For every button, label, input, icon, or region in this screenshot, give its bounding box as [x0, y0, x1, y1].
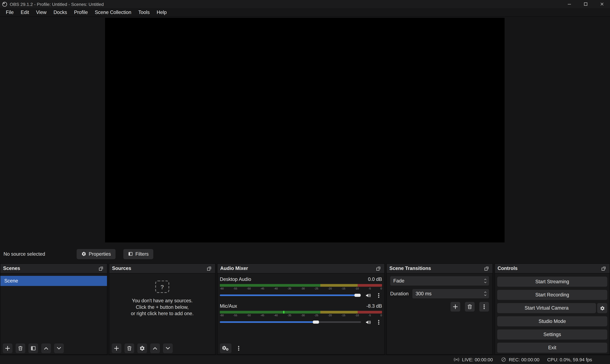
mute-button[interactable] — [364, 319, 372, 325]
menu-help[interactable]: Help — [153, 8, 170, 16]
menu-view[interactable]: View — [33, 8, 50, 16]
meter-scale: -60-55-50-45-40-35-30-25-20-15-10-50 — [220, 314, 382, 317]
scene-transitions-panel: Scene Transitions Fade Duration 300 ms — [386, 263, 493, 355]
start-recording-button[interactable]: Start Recording — [497, 290, 607, 300]
docks-area: Scenes Scene Sources — [0, 263, 610, 355]
mixer-channel-desktop-audio: Desktop Audio 0.0 dB -60-55-50-45-40-35-… — [217, 273, 384, 298]
remove-source-button[interactable] — [125, 343, 134, 353]
scene-item[interactable]: Scene — [0, 276, 107, 286]
volume-slider[interactable] — [220, 293, 361, 298]
add-source-button[interactable] — [112, 343, 121, 353]
tick: -10 — [355, 287, 359, 290]
duration-spinbox[interactable]: 300 ms — [412, 289, 489, 299]
remove-scene-button[interactable] — [15, 343, 25, 353]
menu-docks[interactable]: Docks — [50, 8, 70, 16]
move-source-down-button[interactable] — [163, 343, 173, 353]
live-status: LIVE: 00:00:00 — [454, 357, 493, 363]
tick: -55 — [233, 287, 237, 290]
transition-menu-button[interactable] — [479, 302, 489, 312]
transitions-popout-button[interactable] — [483, 265, 490, 272]
settings-button[interactable]: Settings — [497, 329, 607, 339]
sources-empty-line3: or right click here to add one. — [109, 310, 215, 317]
chevron-down-icon — [56, 345, 62, 351]
duration-value: 300 ms — [416, 291, 483, 297]
mute-button[interactable] — [364, 292, 372, 298]
chevron-down-icon — [165, 345, 171, 351]
properties-button[interactable]: Properties — [77, 249, 116, 259]
tick: -35 — [287, 287, 291, 290]
tick: -20 — [328, 287, 332, 290]
duration-label: Duration — [390, 291, 409, 297]
preview-canvas[interactable] — [105, 18, 505, 243]
spinbox-arrows[interactable] — [483, 291, 488, 297]
scenes-toolbar — [3, 343, 64, 353]
menu-edit[interactable]: Edit — [17, 8, 33, 16]
chevron-up-icon — [484, 278, 487, 281]
obs-logo-icon[interactable] — [2, 1, 7, 7]
tick: -45 — [260, 287, 264, 290]
sources-panel-title: Sources — [112, 266, 131, 271]
tick: -40 — [274, 287, 278, 290]
trash-icon — [17, 345, 23, 351]
close-button[interactable] — [594, 0, 610, 8]
tick: -60 — [220, 287, 224, 290]
menu-profile[interactable]: Profile — [70, 8, 91, 16]
channel-menu-button[interactable] — [375, 318, 382, 326]
mixer-menu-button[interactable] — [235, 343, 242, 353]
transition-selected-value: Fade — [393, 278, 483, 284]
source-properties-button[interactable] — [137, 343, 147, 353]
menu-file[interactable]: File — [2, 8, 17, 16]
live-time: LIVE: 00:00:00 — [462, 357, 493, 362]
sources-empty-state[interactable]: ? You don't have any sources. Click the … — [109, 281, 215, 317]
transition-actions — [390, 302, 489, 312]
gear-icon — [81, 251, 86, 257]
virtual-camera-settings-button[interactable] — [597, 303, 607, 313]
start-streaming-button[interactable]: Start Streaming — [497, 277, 607, 287]
menu-scene-collection[interactable]: Scene Collection — [91, 8, 135, 16]
scenes-panel: Scenes Scene — [0, 263, 107, 355]
sources-popout-button[interactable] — [205, 265, 212, 272]
controls-popout-button[interactable] — [600, 265, 607, 272]
audio-mixer-panel-title: Audio Mixer — [220, 266, 248, 271]
volume-slider-row — [220, 319, 382, 325]
advanced-audio-properties-button[interactable] — [220, 343, 231, 353]
scene-filters-button[interactable] — [28, 343, 38, 353]
audio-mixer-popout-button[interactable] — [375, 265, 382, 272]
remove-transition-button[interactable] — [465, 302, 474, 312]
chevron-up-icon — [484, 291, 487, 294]
move-scene-down-button[interactable] — [54, 343, 64, 353]
controls-panel: Controls Start Streaming Start Recording… — [494, 263, 610, 355]
add-scene-button[interactable] — [3, 343, 12, 353]
tick: -35 — [287, 314, 291, 317]
gears-icon — [222, 345, 230, 351]
start-virtual-camera-button[interactable]: Start Virtual Camera — [497, 303, 596, 313]
filters-button[interactable]: Filters — [123, 249, 153, 259]
channel-db-value: 0.0 dB — [368, 277, 382, 282]
volume-slider[interactable] — [220, 319, 361, 325]
filter-icon — [128, 251, 133, 257]
no-source-selected-label: No source selected — [3, 251, 77, 257]
sources-toolbar — [112, 343, 173, 353]
scene-list[interactable]: Scene — [0, 273, 107, 286]
popout-icon — [601, 266, 606, 271]
move-source-up-button[interactable] — [150, 343, 160, 353]
scenes-popout-button[interactable] — [97, 265, 104, 272]
studio-mode-button[interactable]: Studio Mode — [497, 316, 607, 326]
exit-button[interactable]: Exit — [497, 343, 607, 353]
maximize-button[interactable] — [577, 0, 594, 8]
minimize-button[interactable] — [561, 0, 577, 8]
tick: -25 — [314, 287, 319, 290]
channel-menu-button[interactable] — [375, 291, 382, 299]
slider-handle[interactable] — [313, 321, 319, 324]
transition-select[interactable]: Fade — [390, 276, 489, 286]
preview-area — [0, 17, 610, 248]
move-scene-up-button[interactable] — [41, 343, 51, 353]
menu-tools[interactable]: Tools — [135, 8, 153, 16]
combo-arrows[interactable] — [483, 278, 488, 284]
controls-panel-header: Controls — [495, 264, 610, 273]
scene-item-label: Scene — [4, 278, 18, 284]
add-transition-button[interactable] — [451, 302, 460, 312]
slider-handle[interactable] — [354, 294, 360, 297]
sources-panel: Sources ? You don't have any sources. Cl… — [109, 263, 216, 355]
volume-meter — [220, 311, 382, 313]
